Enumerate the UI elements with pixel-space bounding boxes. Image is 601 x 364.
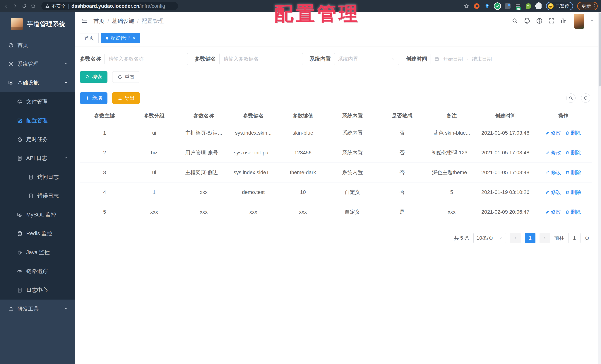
calendar-icon [434, 57, 439, 61]
sidebar-item-9[interactable]: MySQL 监控 [0, 205, 75, 224]
delete-link[interactable]: 删除 [565, 130, 581, 136]
param-name-input[interactable] [104, 53, 188, 65]
extension-gray-drop-icon[interactable] [505, 3, 511, 9]
browser-home-button[interactable] [30, 3, 36, 9]
table-cell: 主框架页-侧边... [179, 163, 229, 182]
config-table: 参数主键参数分组参数名称参数键名参数键值系统内置是否敏感备注创建时间操作1ui主… [80, 109, 592, 222]
paused-badge[interactable]: 已暂停 [546, 2, 573, 10]
table-cell: 否 [377, 163, 427, 182]
table-cell: 系统内置 [328, 143, 377, 162]
browser-update-button[interactable]: 更新 [577, 2, 598, 10]
page-size-select[interactable]: 10条/页 [473, 233, 506, 243]
sidebar-item-label: 研发工具 [17, 305, 39, 313]
browser-menu-icon[interactable] [594, 4, 595, 9]
sidebar-item-11[interactable]: Java 监控 [0, 243, 75, 262]
search-icon[interactable] [512, 18, 518, 25]
sidebar-item-label: Java 监控 [26, 249, 50, 256]
table-row: 5xxxxxxxxxxxx自定义是xxx2021-02-09 20:06:47修… [80, 202, 592, 222]
bookmark-star-icon[interactable] [463, 3, 470, 9]
doc-icon [28, 193, 34, 199]
sidebar-item-6[interactable]: API 日志 [0, 149, 75, 168]
table-cell: 4 [80, 183, 130, 202]
sidebar-item-5[interactable]: 定时任务 [0, 130, 75, 149]
sidebar-collapse-icon[interactable] [81, 17, 88, 25]
next-page-button[interactable] [540, 233, 550, 243]
tab-home[interactable]: 首页 [80, 33, 99, 43]
fullscreen-icon[interactable] [548, 18, 555, 25]
sidebar-item-10[interactable]: Redis 监控 [0, 224, 75, 243]
current-page[interactable]: 1 [525, 233, 535, 243]
delete-link[interactable]: 删除 [565, 149, 581, 156]
extension-green-check-icon[interactable] [494, 3, 501, 9]
prev-page-button[interactable] [510, 233, 521, 243]
table-row: 2biz用户管理-账号...sys.user.init-pa...123456系… [80, 143, 592, 163]
scrollbar-thumb[interactable] [599, 12, 601, 86]
delete-link[interactable]: 删除 [565, 189, 581, 196]
sidebar-item-label: 基础设施 [17, 79, 39, 87]
extension-leaf-icon[interactable] [525, 3, 531, 9]
edit-link[interactable]: 修改 [545, 189, 561, 196]
table-cell-actions: 修改删除 [534, 123, 592, 143]
sidebar-item-label: 日志中心 [26, 286, 48, 294]
edit-link[interactable]: 修改 [545, 169, 561, 176]
delete-link[interactable]: 删除 [565, 209, 581, 215]
avatar[interactable] [574, 14, 584, 29]
sidebar-item-label: 访问日志 [37, 173, 59, 181]
extension-cn-badge-icon[interactable]: cn [515, 3, 521, 9]
tab-config[interactable]: 配置管理 × [101, 33, 140, 43]
chevron-down-icon [391, 57, 395, 61]
goto-page-input[interactable] [568, 233, 581, 243]
case-icon [8, 306, 14, 312]
extension-orange-ring-icon[interactable] [474, 3, 480, 9]
page-scrollbar[interactable] [598, 12, 601, 364]
table-cell: xxx [130, 203, 179, 221]
breadcrumb: 首页 / 基础设施 / 配置管理 [93, 17, 164, 25]
sidebar-item-13[interactable]: 日志中心 [0, 281, 75, 300]
browser-forward-button[interactable] [12, 3, 19, 9]
sidebar-item-label: MySQL 监控 [26, 211, 56, 219]
table-cell: theme-dark [278, 163, 328, 182]
edit-link[interactable]: 修改 [545, 130, 561, 136]
font-size-icon[interactable] [560, 18, 567, 25]
browser-back-button[interactable] [3, 3, 10, 9]
table-cell: ui [130, 124, 179, 142]
sidebar-item-4[interactable]: 配置管理 [0, 111, 75, 130]
add-button[interactable]: 新增 [80, 92, 108, 104]
sidebar-item-label: 系统管理 [17, 61, 39, 68]
eye-icon [17, 269, 22, 274]
search-button[interactable]: 搜索 [80, 71, 108, 83]
sidebar-item-3[interactable]: 文件管理 [0, 92, 75, 111]
screen-icon [8, 80, 14, 86]
export-button[interactable]: 导出 [112, 92, 140, 104]
avatar-caret-icon[interactable] [590, 19, 594, 24]
sidebar-item-0[interactable]: 首页 [0, 36, 75, 55]
sidebar-item-14[interactable]: 研发工具 [0, 300, 75, 318]
sidebar-item-2[interactable]: 基础设施 [0, 73, 75, 92]
toggle-search-button[interactable] [566, 93, 576, 103]
date-range-picker[interactable]: 开始日期 - 结束日期 [431, 53, 520, 65]
sidebar-logo[interactable]: 芋道管理系统 [0, 12, 75, 36]
address-bar[interactable]: 不安全 | dashboard.yudao.iocoder.cn/infra/c… [41, 2, 178, 10]
param-key-input[interactable] [219, 53, 303, 65]
edit-link[interactable]: 修改 [545, 209, 561, 215]
reset-button[interactable]: 重置 [112, 71, 140, 83]
system-builtin-select[interactable]: 系统内置 [334, 53, 399, 65]
sidebar-item-7[interactable]: 访问日志 [0, 168, 75, 187]
github-icon[interactable] [524, 18, 531, 25]
extension-pin-icon[interactable] [484, 3, 490, 9]
browser-reload-button[interactable] [21, 3, 27, 9]
help-icon[interactable] [536, 18, 543, 25]
refresh-table-button[interactable] [581, 93, 590, 103]
sidebar-item-12[interactable]: 链路追踪 [0, 262, 75, 281]
table-cell: 5 [427, 183, 477, 202]
sidebar-item-1[interactable]: 系统管理 [0, 55, 75, 73]
sidebar-item-8[interactable]: 错误日志 [0, 187, 75, 205]
tab-close-icon[interactable]: × [133, 35, 136, 41]
monitor-icon [17, 212, 22, 218]
edit-link[interactable]: 修改 [545, 149, 561, 156]
extensions-puzzle-icon[interactable] [536, 3, 542, 9]
breadcrumb-home[interactable]: 首页 [93, 17, 104, 25]
delete-link[interactable]: 删除 [565, 169, 581, 176]
breadcrumb-infra[interactable]: 基础设施 [112, 17, 134, 25]
column-header: 参数键值 [278, 109, 328, 123]
